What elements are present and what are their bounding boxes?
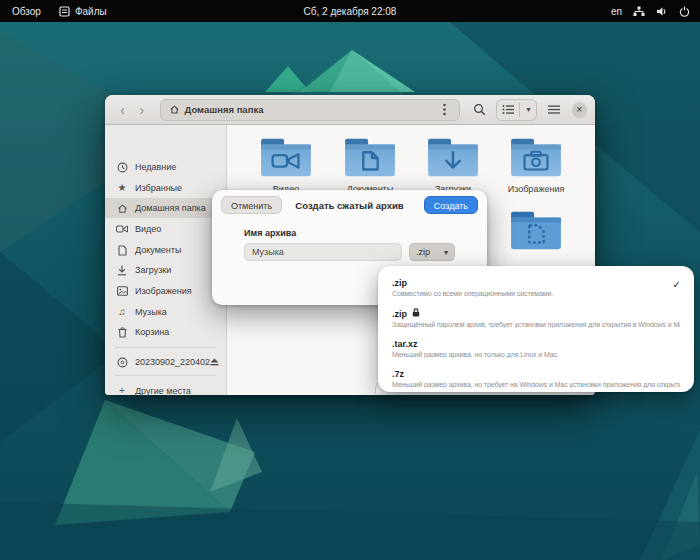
- folder-videos[interactable]: Видео: [254, 135, 318, 194]
- sidebar-label: Музыка: [135, 307, 167, 317]
- files-app-icon: [59, 6, 70, 17]
- sidebar-item-pictures[interactable]: Изображения: [105, 281, 227, 301]
- extension-value: .zip: [416, 247, 430, 257]
- drive-label: 20230902_220402: [135, 357, 210, 367]
- sidebar-label: Изображения: [135, 286, 192, 296]
- sidebar-item-other-locations[interactable]: + Другие места: [105, 381, 227, 401]
- recent-clock-icon: [116, 162, 128, 173]
- view-switcher: ▾: [496, 99, 537, 121]
- download-icon: [116, 265, 128, 276]
- network-icon[interactable]: [633, 6, 645, 17]
- headerbar: ‹ › Домашняя папка ▾: [105, 95, 595, 125]
- sidebar-item-drive[interactable]: 20230902_220402: [105, 352, 227, 372]
- divider: [115, 375, 216, 376]
- cancel-button[interactable]: Отменить: [221, 196, 282, 214]
- sidebar-item-trash[interactable]: Корзина: [105, 322, 227, 342]
- folder-label: Изображения: [504, 184, 568, 194]
- search-icon[interactable]: [469, 99, 490, 121]
- view-options-kebab-icon[interactable]: [433, 99, 455, 121]
- sidebar-item-downloads[interactable]: Загрузки: [105, 260, 227, 280]
- home-icon: [116, 203, 128, 214]
- check-icon: ✓: [673, 279, 681, 290]
- view-caret-icon[interactable]: ▾: [520, 99, 536, 121]
- home-icon: [169, 101, 180, 119]
- back-button[interactable]: ‹: [113, 100, 132, 120]
- format-description: Совместимо со всеми операционными систем…: [392, 290, 680, 297]
- sidebar-label: Домашняя папка: [135, 203, 206, 213]
- format-name: .zip: [392, 278, 407, 288]
- folder-pictures[interactable]: Изображения: [504, 135, 568, 194]
- format-option-7z[interactable]: .7z Меньший размер архива, но требует на…: [378, 363, 694, 393]
- current-location-label: Домашняя папка: [185, 104, 434, 115]
- plus-icon: +: [116, 386, 128, 396]
- sidebar-item-starred[interactable]: ★ Избранные: [105, 178, 227, 198]
- eject-icon[interactable]: [207, 355, 221, 369]
- sidebar-label: Документы: [135, 245, 181, 255]
- sidebar-label: Избранные: [135, 183, 182, 193]
- sidebar-item-documents[interactable]: Документы: [105, 240, 227, 260]
- activities-button[interactable]: Обзор: [12, 6, 41, 17]
- folder-documents[interactable]: Документы: [338, 135, 402, 194]
- star-icon: ★: [116, 183, 128, 193]
- sidebar-label: Загрузки: [135, 265, 171, 275]
- path-bar[interactable]: Домашняя папка: [160, 99, 461, 121]
- close-window-button[interactable]: ×: [572, 102, 587, 118]
- power-icon[interactable]: [679, 6, 690, 17]
- shell-top-bar: Обзор Файлы Сб, 2 декабря 22:08 en: [0, 0, 700, 22]
- archive-name-input[interactable]: [244, 243, 402, 261]
- archive-name-label: Имя архива: [244, 228, 296, 238]
- divider: [115, 347, 216, 348]
- hamburger-menu-icon[interactable]: [543, 99, 564, 121]
- sidebar: Недавние ★ Избранные Домашняя папка Виде…: [105, 125, 227, 395]
- desktop: Обзор Файлы Сб, 2 декабря 22:08 en: [0, 0, 700, 560]
- sidebar-item-recent[interactable]: Недавние: [105, 157, 227, 177]
- folder-downloads[interactable]: Загрузки: [421, 135, 485, 194]
- trash-icon: [116, 327, 128, 338]
- sidebar-item-music[interactable]: ♫ Музыка: [105, 302, 227, 322]
- dialog-header: Создать сжатый архив Отменить Создать: [212, 190, 487, 220]
- format-description: Меньший размер архива, но требует на Win…: [392, 381, 680, 388]
- sidebar-item-videos[interactable]: Видео: [105, 219, 227, 239]
- format-name: .zip: [392, 309, 407, 319]
- volume-icon[interactable]: [656, 6, 668, 17]
- image-icon: [116, 286, 128, 296]
- music-icon: ♫: [116, 307, 128, 317]
- create-button[interactable]: Создать: [424, 196, 478, 214]
- keyboard-layout-indicator[interactable]: en: [611, 6, 622, 17]
- sidebar-label: Другие места: [135, 386, 191, 396]
- app-menu-label: Файлы: [75, 6, 107, 17]
- lock-icon: [412, 308, 420, 319]
- sidebar-label: Видео: [135, 224, 161, 234]
- extension-dropdown[interactable]: .zip ▾: [409, 243, 455, 261]
- sidebar-label: Корзина: [135, 327, 169, 337]
- chevron-down-icon: ▾: [444, 248, 448, 257]
- sidebar-item-home[interactable]: Домашняя папка: [105, 198, 227, 218]
- app-menu-button[interactable]: Файлы: [59, 6, 107, 17]
- sidebar-label: Недавние: [135, 162, 176, 172]
- format-popover: .zip ✓ Совместимо со всеми операционными…: [378, 266, 694, 392]
- folder-templates[interactable]: [504, 208, 568, 254]
- video-icon: [116, 224, 128, 234]
- format-option-zip-encrypted[interactable]: .zip Защищённый паролем архив, требует у…: [378, 302, 694, 333]
- document-icon: [116, 245, 128, 256]
- disc-icon: [116, 357, 128, 368]
- format-option-zip[interactable]: .zip ✓ Совместимо со всеми операционными…: [378, 272, 694, 302]
- format-name: .7z: [392, 369, 404, 379]
- format-name: .tar.xz: [392, 339, 418, 349]
- forward-button[interactable]: ›: [132, 100, 151, 120]
- format-option-tarxz[interactable]: .tar.xz Меньший размер архива, но только…: [378, 333, 694, 363]
- list-view-icon[interactable]: [497, 99, 519, 121]
- format-description: Меньший размер архива, но только для Lin…: [392, 351, 680, 358]
- format-description: Защищённый паролем архив, требует устано…: [392, 321, 680, 328]
